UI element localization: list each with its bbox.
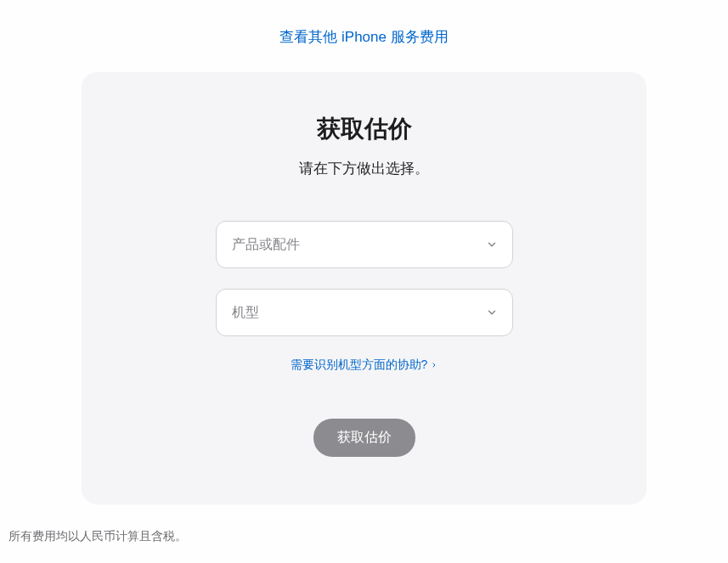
help-link-label: 需要识别机型方面的协助?	[291, 358, 428, 373]
estimate-card: 获取估价 请在下方做出选择。 产品或配件 机型 需要识别机型方面的协助? 获取估…	[82, 72, 646, 504]
footer-text: 所有费用均以人民币计算且含税。 截至 2023 年 2 月底，保外电池服务的费用…	[0, 504, 728, 563]
footer-line1: 所有费用均以人民币计算且含税。	[8, 525, 720, 548]
other-services-link[interactable]: 查看其他 iPhone 服务费用	[279, 29, 448, 45]
model-select-wrapper: 机型	[216, 289, 513, 336]
card-title: 获取估价	[116, 113, 612, 145]
get-estimate-button[interactable]: 获取估价	[313, 419, 415, 457]
product-select[interactable]: 产品或配件	[216, 221, 513, 268]
card-subtitle: 请在下方做出选择。	[116, 159, 612, 178]
chevron-right-icon	[431, 362, 437, 369]
model-select[interactable]: 机型	[216, 289, 513, 336]
product-select-wrapper: 产品或配件	[216, 221, 513, 268]
identify-model-help-link[interactable]: 需要识别机型方面的协助?	[291, 358, 438, 373]
